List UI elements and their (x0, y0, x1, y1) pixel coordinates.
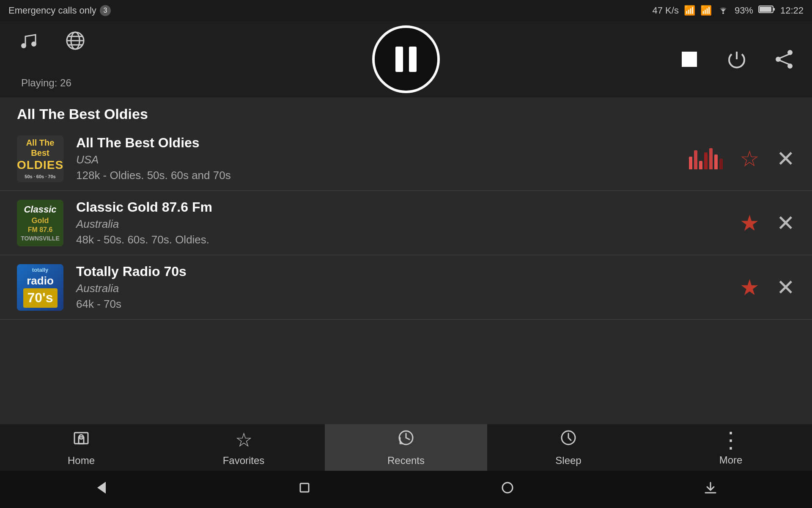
nav-recents[interactable]: Recents (325, 424, 487, 471)
pause-button[interactable] (372, 25, 440, 93)
station-name: Classic Gold 87.6 Fm (76, 199, 740, 215)
svg-rect-2 (760, 7, 771, 12)
nav-more[interactable]: ⋮ More (650, 424, 812, 471)
station-country: Australia (76, 218, 740, 231)
svg-marker-22 (97, 482, 106, 494)
station-list: All The Best OLDIES 50s · 60s · 70s All … (0, 127, 812, 320)
nav-sleep[interactable]: Sleep (487, 424, 650, 471)
status-bar: Emergency calls only 3 47 K/s 📶 📶 93% 12… (0, 0, 812, 21)
svg-point-5 (31, 41, 36, 47)
station-thumbnail: totally radio 70's (17, 264, 63, 311)
station-name: Totally Radio 70s (76, 264, 740, 279)
svg-point-4 (21, 43, 26, 48)
svg-line-15 (779, 54, 789, 58)
svg-rect-23 (300, 483, 309, 492)
station-item[interactable]: All The Best OLDIES 50s · 60s · 70s All … (0, 127, 812, 191)
favorite-button[interactable]: ★ (740, 210, 760, 236)
status-left: Emergency calls only 3 (8, 5, 111, 16)
favorite-button[interactable]: ☆ (740, 146, 760, 171)
remove-button[interactable]: ✕ (776, 146, 795, 171)
music-icon[interactable] (17, 30, 39, 52)
station-thumbnail: Classic Gold FM 87.6 TOWNSVILLE (17, 200, 63, 246)
battery-text: 93% (735, 5, 753, 16)
power-button[interactable] (726, 48, 748, 70)
playing-label: Playing: 26 (21, 77, 71, 89)
stop-button[interactable] (678, 48, 700, 70)
wifi-icon (717, 4, 730, 17)
clock: 12:22 (780, 5, 804, 16)
svg-rect-11 (682, 52, 697, 67)
favorite-button[interactable]: ★ (740, 275, 760, 300)
status-right: 47 K/s 📶 📶 93% 12:22 (653, 4, 804, 17)
globe-icon[interactable] (64, 30, 86, 52)
pause-button-wrap (372, 25, 440, 93)
nav-more-label: More (719, 454, 743, 466)
svg-point-0 (722, 12, 724, 14)
share-button[interactable] (773, 48, 795, 70)
home-icon (72, 428, 91, 451)
station-country: USA (76, 153, 689, 166)
nav-favorites-label: Favorites (223, 455, 265, 467)
eq-visualizer (689, 148, 723, 169)
nav-recents-label: Recents (387, 455, 425, 467)
section-title: All The Best Oldies (0, 97, 812, 127)
android-back-btn[interactable] (94, 480, 109, 499)
android-download-btn[interactable] (703, 480, 718, 499)
svg-point-24 (502, 483, 513, 493)
android-home-btn[interactable] (297, 480, 312, 499)
top-left-section: Playing: 26 (17, 30, 86, 89)
top-bar: Playing: 26 (0, 21, 812, 97)
pause-icon (395, 47, 417, 72)
station-desc: 64k - 70s (76, 298, 740, 311)
station-item[interactable]: Classic Gold FM 87.6 TOWNSVILLE Classic … (0, 191, 812, 255)
station-info: Totally Radio 70s Australia 64k - 70s (63, 264, 740, 311)
station-desc: 128k - Oldies. 50s. 60s and 70s (76, 169, 689, 182)
signal-icon: 📶 (700, 5, 712, 16)
network-speed: 47 K/s (653, 5, 679, 16)
svg-rect-3 (773, 8, 775, 11)
android-nav (0, 471, 812, 508)
nav-sleep-label: Sleep (555, 455, 581, 467)
remove-button[interactable]: ✕ (776, 275, 795, 300)
svg-line-16 (779, 60, 789, 64)
battery-icon (758, 5, 775, 17)
station-name: All The Best Oldies (76, 135, 689, 151)
station-info: All The Best Oldies USA 128k - Oldies. 5… (63, 135, 689, 182)
nav-favorites[interactable]: ☆ Favorites (162, 424, 325, 471)
station-desc: 48k - 50s. 60s. 70s. Oldies. (76, 233, 740, 246)
top-right-section (678, 48, 795, 70)
bottom-nav: Home ☆ Favorites Recents Sleep ⋮ More (0, 424, 812, 471)
bluetooth-icon: 📶 (684, 5, 695, 16)
station-item[interactable]: totally radio 70's Totally Radio 70s Aus… (0, 255, 812, 320)
remove-button[interactable]: ✕ (776, 210, 795, 236)
station-country: Australia (76, 282, 740, 295)
notification-badge: 3 (100, 5, 111, 16)
nav-home[interactable]: Home (0, 424, 162, 471)
station-info: Classic Gold 87.6 Fm Australia 48k - 50s… (63, 199, 740, 246)
favorites-icon: ☆ (235, 428, 252, 451)
station-thumbnail: All The Best OLDIES 50s · 60s · 70s (17, 135, 63, 182)
nav-home-label: Home (68, 455, 95, 467)
recents-icon (397, 428, 415, 451)
emergency-text: Emergency calls only (8, 5, 96, 16)
more-icon: ⋮ (720, 429, 742, 451)
sleep-icon (559, 428, 578, 451)
android-recents-btn[interactable] (500, 480, 515, 499)
